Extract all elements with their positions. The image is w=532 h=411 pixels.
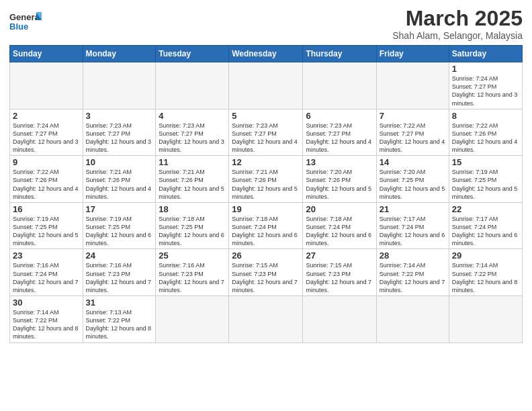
- day-number: 21: [380, 204, 446, 214]
- table-row: 21Sunrise: 7:17 AM Sunset: 7:24 PM Dayli…: [376, 202, 449, 249]
- day-info: Sunrise: 7:24 AM Sunset: 7:27 PM Dayligh…: [452, 75, 519, 107]
- calendar-table: Sunday Monday Tuesday Wednesday Thursday…: [9, 45, 523, 342]
- table-row: [10, 62, 83, 109]
- table-row: 23Sunrise: 7:16 AM Sunset: 7:24 PM Dayli…: [10, 249, 83, 296]
- svg-text:Blue: Blue: [9, 21, 28, 32]
- table-row: 15Sunrise: 7:19 AM Sunset: 7:25 PM Dayli…: [449, 156, 522, 203]
- day-number: 20: [306, 204, 373, 214]
- day-info: Sunrise: 7:15 AM Sunset: 7:23 PM Dayligh…: [306, 261, 373, 294]
- table-row: 24Sunrise: 7:16 AM Sunset: 7:23 PM Dayli…: [83, 249, 156, 296]
- table-row: 4Sunrise: 7:23 AM Sunset: 7:27 PM Daylig…: [156, 109, 229, 156]
- day-info: Sunrise: 7:22 AM Sunset: 7:26 PM Dayligh…: [13, 168, 80, 201]
- page-subtitle: Shah Alam, Selangor, Malaysia: [392, 30, 523, 41]
- day-info: Sunrise: 7:22 AM Sunset: 7:27 PM Dayligh…: [380, 122, 446, 154]
- day-number: 10: [86, 157, 153, 167]
- day-number: 26: [232, 250, 300, 261]
- table-row: 31Sunrise: 7:13 AM Sunset: 7:22 PM Dayli…: [83, 296, 156, 343]
- table-row: 2Sunrise: 7:24 AM Sunset: 7:27 PM Daylig…: [10, 109, 83, 156]
- day-info: Sunrise: 7:14 AM Sunset: 7:22 PM Dayligh…: [380, 261, 446, 294]
- table-row: 18Sunrise: 7:18 AM Sunset: 7:25 PM Dayli…: [156, 202, 229, 249]
- table-row: 1Sunrise: 7:24 AM Sunset: 7:27 PM Daylig…: [449, 62, 522, 109]
- day-info: Sunrise: 7:15 AM Sunset: 7:23 PM Dayligh…: [232, 261, 300, 294]
- table-row: [229, 62, 303, 109]
- day-info: Sunrise: 7:18 AM Sunset: 7:24 PM Dayligh…: [306, 215, 373, 248]
- day-info: Sunrise: 7:14 AM Sunset: 7:22 PM Dayligh…: [13, 308, 80, 341]
- table-row: 19Sunrise: 7:18 AM Sunset: 7:24 PM Dayli…: [229, 202, 303, 249]
- day-info: Sunrise: 7:17 AM Sunset: 7:24 PM Dayligh…: [452, 215, 519, 248]
- table-row: 29Sunrise: 7:14 AM Sunset: 7:22 PM Dayli…: [449, 249, 522, 296]
- table-row: 30Sunrise: 7:14 AM Sunset: 7:22 PM Dayli…: [10, 296, 83, 343]
- day-info: Sunrise: 7:18 AM Sunset: 7:24 PM Dayligh…: [232, 215, 300, 248]
- logo-icon: General Blue: [9, 7, 42, 32]
- day-number: 3: [86, 111, 153, 121]
- day-info: Sunrise: 7:14 AM Sunset: 7:22 PM Dayligh…: [452, 261, 519, 294]
- table-row: [303, 296, 376, 343]
- day-info: Sunrise: 7:13 AM Sunset: 7:22 PM Dayligh…: [86, 308, 153, 341]
- day-number: 19: [232, 204, 300, 214]
- day-info: Sunrise: 7:20 AM Sunset: 7:26 PM Dayligh…: [306, 168, 373, 201]
- page-title: March 2025: [392, 7, 523, 30]
- day-number: 11: [159, 157, 226, 167]
- table-row: 28Sunrise: 7:14 AM Sunset: 7:22 PM Dayli…: [376, 249, 449, 296]
- col-saturday: Saturday: [449, 46, 522, 62]
- table-row: 5Sunrise: 7:23 AM Sunset: 7:27 PM Daylig…: [229, 109, 303, 156]
- day-number: 16: [13, 204, 80, 214]
- table-row: [83, 62, 156, 109]
- table-row: 16Sunrise: 7:19 AM Sunset: 7:25 PM Dayli…: [10, 202, 83, 249]
- day-number: 2: [13, 111, 80, 121]
- day-number: 31: [86, 298, 153, 308]
- table-row: 25Sunrise: 7:16 AM Sunset: 7:23 PM Dayli…: [156, 249, 229, 296]
- table-row: [156, 296, 229, 343]
- table-row: [449, 296, 522, 343]
- page: General Blue March 2025 Shah Alam, Selan…: [0, 0, 532, 411]
- day-number: 4: [159, 111, 226, 121]
- day-number: 8: [452, 111, 519, 121]
- table-row: 13Sunrise: 7:20 AM Sunset: 7:26 PM Dayli…: [303, 156, 376, 203]
- day-number: 25: [159, 250, 226, 261]
- day-number: 5: [232, 111, 300, 121]
- table-row: 27Sunrise: 7:15 AM Sunset: 7:23 PM Dayli…: [303, 249, 376, 296]
- day-info: Sunrise: 7:16 AM Sunset: 7:23 PM Dayligh…: [86, 261, 153, 294]
- day-number: 27: [306, 250, 373, 261]
- calendar-header-row: Sunday Monday Tuesday Wednesday Thursday…: [10, 46, 523, 62]
- col-sunday: Sunday: [10, 46, 83, 62]
- logo: General Blue: [9, 7, 42, 32]
- day-number: 6: [306, 111, 373, 121]
- day-number: 29: [452, 250, 519, 261]
- day-number: 1: [452, 64, 519, 74]
- table-row: 11Sunrise: 7:21 AM Sunset: 7:26 PM Dayli…: [156, 156, 229, 203]
- header: General Blue March 2025 Shah Alam, Selan…: [9, 7, 523, 41]
- day-info: Sunrise: 7:23 AM Sunset: 7:27 PM Dayligh…: [232, 122, 300, 154]
- day-info: Sunrise: 7:21 AM Sunset: 7:26 PM Dayligh…: [232, 168, 300, 201]
- title-block: March 2025 Shah Alam, Selangor, Malaysia: [392, 7, 523, 41]
- table-row: 20Sunrise: 7:18 AM Sunset: 7:24 PM Dayli…: [303, 202, 376, 249]
- day-info: Sunrise: 7:16 AM Sunset: 7:23 PM Dayligh…: [159, 261, 226, 294]
- day-number: 28: [380, 250, 446, 261]
- day-number: 15: [452, 157, 519, 167]
- day-info: Sunrise: 7:23 AM Sunset: 7:27 PM Dayligh…: [86, 122, 153, 154]
- table-row: 12Sunrise: 7:21 AM Sunset: 7:26 PM Dayli…: [229, 156, 303, 203]
- day-number: 23: [13, 250, 80, 261]
- day-info: Sunrise: 7:19 AM Sunset: 7:25 PM Dayligh…: [86, 215, 153, 248]
- day-number: 9: [13, 157, 80, 167]
- day-number: 14: [380, 157, 446, 167]
- day-info: Sunrise: 7:19 AM Sunset: 7:25 PM Dayligh…: [13, 215, 80, 248]
- day-info: Sunrise: 7:22 AM Sunset: 7:26 PM Dayligh…: [452, 122, 519, 154]
- col-monday: Monday: [83, 46, 156, 62]
- table-row: [303, 62, 376, 109]
- day-info: Sunrise: 7:24 AM Sunset: 7:27 PM Dayligh…: [13, 122, 80, 154]
- day-info: Sunrise: 7:20 AM Sunset: 7:25 PM Dayligh…: [380, 168, 446, 201]
- table-row: 6Sunrise: 7:23 AM Sunset: 7:27 PM Daylig…: [303, 109, 376, 156]
- table-row: [229, 296, 303, 343]
- table-row: 9Sunrise: 7:22 AM Sunset: 7:26 PM Daylig…: [10, 156, 83, 203]
- day-info: Sunrise: 7:23 AM Sunset: 7:27 PM Dayligh…: [306, 122, 373, 154]
- col-wednesday: Wednesday: [229, 46, 303, 62]
- col-thursday: Thursday: [303, 46, 376, 62]
- day-number: 13: [306, 157, 373, 167]
- table-row: 17Sunrise: 7:19 AM Sunset: 7:25 PM Dayli…: [83, 202, 156, 249]
- day-info: Sunrise: 7:21 AM Sunset: 7:26 PM Dayligh…: [159, 168, 226, 201]
- calendar-body: 1Sunrise: 7:24 AM Sunset: 7:27 PM Daylig…: [10, 62, 523, 342]
- day-info: Sunrise: 7:19 AM Sunset: 7:25 PM Dayligh…: [452, 168, 519, 201]
- table-row: 8Sunrise: 7:22 AM Sunset: 7:26 PM Daylig…: [449, 109, 522, 156]
- day-number: 24: [86, 250, 153, 261]
